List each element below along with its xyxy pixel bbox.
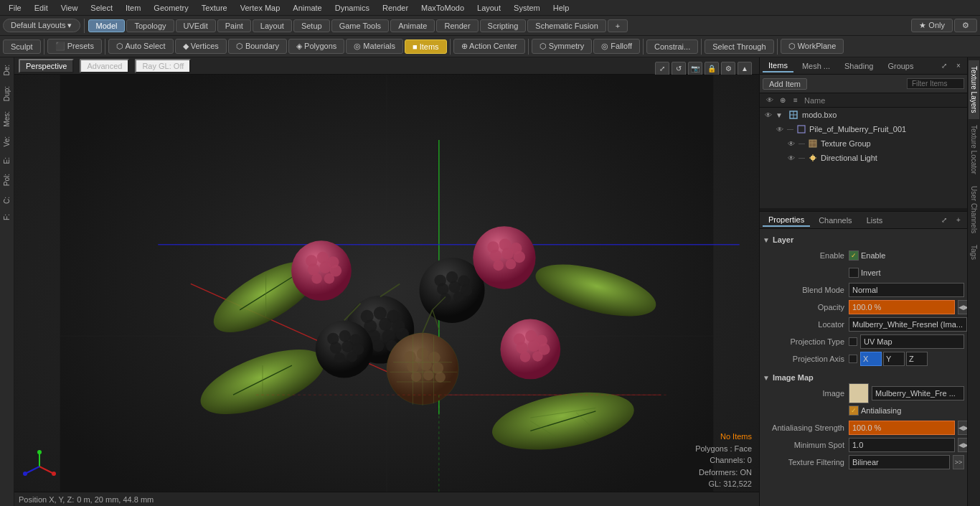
opacity-input[interactable] <box>849 300 955 314</box>
tab-properties[interactable]: Properties <box>763 214 810 227</box>
tex-filtering-select[interactable]: Bilinear Trilinear Anisotropic None <box>849 455 950 469</box>
menu-maxtomodo[interactable]: MaxToModo <box>415 2 470 14</box>
menu-item[interactable]: Item <box>120 2 146 14</box>
viewport[interactable]: Perspective Advanced Ray GL: Off ⤢ ↺ 📷 🔒… <box>14 57 759 506</box>
menu-vertex-map[interactable]: Vertex Map <box>235 2 286 14</box>
blend-mode-select[interactable]: Normal Add Subtract Multiply <box>849 283 964 297</box>
mode-game-tools[interactable]: Game Tools <box>331 19 390 32</box>
tab-shading[interactable]: Shading <box>839 60 879 72</box>
proj-type-toggle[interactable] <box>849 337 857 346</box>
scripting-btn[interactable]: Scripting <box>480 19 527 32</box>
enable-checkbox[interactable]: ✓ <box>849 250 859 261</box>
axis-z-input[interactable] <box>906 352 928 366</box>
vp-expand-icon[interactable]: ▲ <box>738 62 752 76</box>
rvtab-user-channels[interactable]: User Channels <box>969 180 979 239</box>
tex-filtering-expand[interactable]: >> <box>953 455 964 469</box>
props-add-icon[interactable]: + <box>953 215 964 226</box>
select-through-btn[interactable]: Select Through <box>705 39 773 54</box>
expand-arrow-modo[interactable]: ▼ <box>776 111 787 119</box>
min-spot-arrow[interactable]: ◀▶ <box>958 438 967 452</box>
settings-btn[interactable]: ⚙ <box>954 19 977 32</box>
panel-expand-icon[interactable]: ⤢ <box>938 60 950 72</box>
menu-system[interactable]: System <box>508 2 546 14</box>
eye-icon-texture[interactable]: 👁 <box>786 138 797 149</box>
menu-edit[interactable]: Edit <box>29 2 54 14</box>
rvtab-tags[interactable]: Tags <box>969 239 979 266</box>
menu-select[interactable]: Select <box>85 2 118 14</box>
layer-expand-arrow[interactable]: ▼ <box>763 236 770 244</box>
vertices-btn[interactable]: ◆ Vertices <box>175 39 227 54</box>
tab-groups[interactable]: Groups <box>882 60 919 72</box>
mode-setup[interactable]: Setup <box>293 19 330 32</box>
menu-view[interactable]: View <box>55 2 84 14</box>
left-vtab-c[interactable]: C: <box>1 192 13 208</box>
props-expand-icon[interactable]: ⤢ <box>938 215 950 226</box>
vp-settings-icon[interactable]: ⚙ <box>721 62 735 76</box>
menu-animate[interactable]: Animate <box>287 2 327 14</box>
mode-render[interactable]: Render <box>436 19 478 32</box>
mode-model[interactable]: Model <box>88 19 126 32</box>
invert-checkbox[interactable] <box>849 268 859 278</box>
filter-items-input[interactable] <box>907 78 964 89</box>
star-only-btn[interactable]: ★ Only <box>911 19 953 32</box>
left-vtab-ve[interactable]: Ve: <box>1 132 13 151</box>
mode-topology[interactable]: Topology <box>126 19 174 32</box>
mode-uvedit[interactable]: UVEdit <box>176 19 216 32</box>
aa-strength-arrow[interactable]: ◀▶ <box>958 421 967 435</box>
eye-icon-light[interactable]: 👁 <box>786 152 797 164</box>
vp-tab-raygl[interactable]: Ray GL: Off <box>135 59 191 73</box>
locator-select[interactable]: Mulberry_White_Fresnel (Ima... <box>849 317 967 332</box>
menu-file[interactable]: File <box>3 2 27 14</box>
schematic-fusion-btn[interactable]: Schematic Fusion <box>527 19 606 32</box>
aa-strength-input[interactable] <box>849 421 955 435</box>
eye-icon-pile[interactable]: 👁 <box>774 123 786 135</box>
rvtab-texture-layers[interactable]: Texture Layers <box>969 60 979 119</box>
axis-x-input[interactable] <box>860 352 882 366</box>
link-icon[interactable]: ⊕ <box>777 95 788 106</box>
menu-geometry[interactable]: Geometry <box>148 2 194 14</box>
vp-tab-advanced[interactable]: Advanced <box>80 59 129 73</box>
sculpt-btn[interactable]: Sculpt <box>3 39 41 54</box>
proj-axis-toggle[interactable] <box>849 355 857 363</box>
menu-dynamics[interactable]: Dynamics <box>329 2 375 14</box>
tree-item-modo-bxo[interactable]: 👁 ▼ modo.bxo <box>760 108 967 122</box>
min-spot-input[interactable] <box>849 438 955 452</box>
workplane-btn[interactable]: ⬡ WorkPlane <box>781 39 844 54</box>
opacity-arrow-btn[interactable]: ◀▶ <box>958 300 967 314</box>
left-vtab-f[interactable]: F: <box>1 210 13 225</box>
falloff-btn[interactable]: ◎ Falloff <box>593 39 640 54</box>
mode-layout[interactable]: Layout <box>253 19 292 32</box>
tab-mesh[interactable]: Mesh ... <box>796 60 836 72</box>
add-workspace-btn[interactable]: + <box>608 19 628 32</box>
filter-icon[interactable]: ≡ <box>790 95 801 106</box>
tree-item-pile-mulberry[interactable]: 👁 — Pile_of_Mulberry_Fruit_001 <box>760 122 967 136</box>
action-center-btn[interactable]: ⊕ Action Center <box>453 39 525 54</box>
projection-type-select[interactable]: UV Map Planar Cylindrical <box>860 334 964 349</box>
image-select[interactable]: Mulberry_White_Fre ... <box>872 386 964 400</box>
mode-animate[interactable]: Animate <box>390 19 435 32</box>
left-vtab-de[interactable]: De: <box>1 60 13 80</box>
tree-item-dir-light[interactable]: 👁 — Directional Light <box>760 151 967 165</box>
tab-items[interactable]: Items <box>763 60 793 72</box>
polygons-btn[interactable]: ◈ Polygons <box>288 39 344 54</box>
panel-close-icon[interactable]: × <box>953 60 964 72</box>
rvtab-texture-locator[interactable]: Texture Locator <box>969 119 979 180</box>
viewport-canvas[interactable]: No Items Polygons : Face Channels: 0 Def… <box>14 75 759 506</box>
vp-camera-icon[interactable]: 📷 <box>688 62 702 76</box>
menu-help[interactable]: Help <box>547 2 575 14</box>
materials-btn[interactable]: ◎ Materials <box>346 39 403 54</box>
vp-tab-perspective[interactable]: Perspective <box>19 59 74 73</box>
vp-lock-icon[interactable]: 🔒 <box>705 62 719 76</box>
auto-select-btn[interactable]: ⬡ Auto Select <box>108 39 174 54</box>
constraints-btn[interactable]: Constrai... <box>646 39 698 54</box>
boundary-btn[interactable]: ⬡ Boundary <box>228 39 287 54</box>
image-map-expand[interactable]: ▼ <box>763 374 770 382</box>
vp-maximize-icon[interactable]: ⤢ <box>655 62 669 76</box>
eye-icon-modo[interactable]: 👁 <box>763 109 774 121</box>
left-vtab-mes[interactable]: Mes: <box>1 107 13 131</box>
mode-paint[interactable]: Paint <box>217 19 251 32</box>
symmetry-btn[interactable]: ⬡ Symmetry <box>532 39 593 54</box>
left-vtab-e[interactable]: E: <box>1 153 13 168</box>
menu-layout[interactable]: Layout <box>471 2 507 14</box>
left-vtab-pol[interactable]: Pol: <box>1 169 13 190</box>
